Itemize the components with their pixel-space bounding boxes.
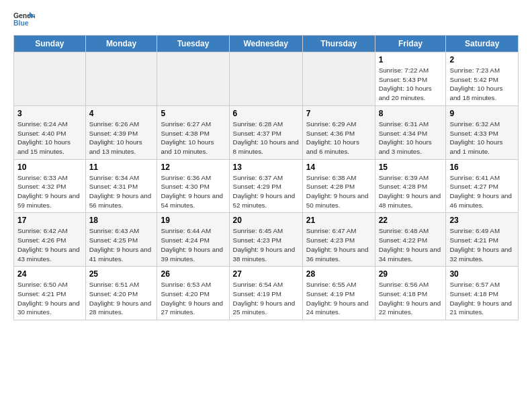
calendar-cell: 3Sunrise: 6:24 AM Sunset: 4:40 PM Daylig… bbox=[14, 105, 86, 159]
week-row-5: 24Sunrise: 6:50 AM Sunset: 4:21 PM Dayli… bbox=[14, 267, 519, 320]
calendar-cell: 22Sunrise: 6:48 AM Sunset: 4:22 PM Dayli… bbox=[375, 213, 446, 267]
calendar-cell bbox=[302, 52, 375, 106]
day-number: 13 bbox=[233, 163, 299, 172]
week-row-1: 1Sunrise: 7:22 AM Sunset: 5:43 PM Daylig… bbox=[14, 52, 519, 106]
day-number: 17 bbox=[17, 216, 82, 225]
day-number: 18 bbox=[89, 216, 154, 225]
col-header-friday: Friday bbox=[375, 36, 446, 52]
day-info: Sunrise: 6:26 AM Sunset: 4:39 PM Dayligh… bbox=[89, 120, 154, 156]
day-info: Sunrise: 6:39 AM Sunset: 4:28 PM Dayligh… bbox=[379, 173, 443, 210]
day-info: Sunrise: 6:43 AM Sunset: 4:25 PM Dayligh… bbox=[89, 226, 154, 263]
day-number: 28 bbox=[306, 269, 371, 279]
day-info: Sunrise: 7:22 AM Sunset: 5:43 PM Dayligh… bbox=[379, 66, 443, 103]
day-info: Sunrise: 6:31 AM Sunset: 4:34 PM Dayligh… bbox=[379, 120, 443, 156]
calendar-cell: 18Sunrise: 6:43 AM Sunset: 4:25 PM Dayli… bbox=[85, 213, 157, 267]
week-row-2: 3Sunrise: 6:24 AM Sunset: 4:40 PM Daylig… bbox=[14, 105, 519, 159]
day-number: 30 bbox=[449, 269, 515, 279]
day-info: Sunrise: 6:54 AM Sunset: 4:19 PM Dayligh… bbox=[233, 280, 299, 317]
col-header-thursday: Thursday bbox=[302, 36, 375, 52]
calendar-table: SundayMondayTuesdayWednesdayThursdayFrid… bbox=[13, 35, 519, 320]
day-number: 20 bbox=[233, 216, 299, 225]
calendar-cell bbox=[85, 52, 157, 106]
calendar-cell: 4Sunrise: 6:26 AM Sunset: 4:39 PM Daylig… bbox=[85, 105, 157, 159]
day-number: 16 bbox=[449, 163, 515, 172]
logo: General Blue bbox=[13, 11, 35, 30]
day-number: 2 bbox=[449, 55, 515, 64]
calendar-cell: 21Sunrise: 6:47 AM Sunset: 4:23 PM Dayli… bbox=[302, 213, 375, 267]
calendar-cell bbox=[157, 52, 229, 106]
day-info: Sunrise: 6:24 AM Sunset: 4:40 PM Dayligh… bbox=[17, 120, 82, 156]
calendar-cell: 20Sunrise: 6:45 AM Sunset: 4:23 PM Dayli… bbox=[229, 213, 302, 267]
calendar-cell: 9Sunrise: 6:32 AM Sunset: 4:33 PM Daylig… bbox=[446, 105, 519, 159]
day-number: 29 bbox=[379, 269, 443, 279]
day-info: Sunrise: 6:55 AM Sunset: 4:19 PM Dayligh… bbox=[306, 280, 371, 317]
calendar-cell: 30Sunrise: 6:57 AM Sunset: 4:18 PM Dayli… bbox=[446, 267, 519, 320]
day-info: Sunrise: 6:48 AM Sunset: 4:22 PM Dayligh… bbox=[379, 226, 443, 263]
header: General Blue bbox=[13, 11, 519, 30]
day-number: 12 bbox=[161, 163, 225, 172]
calendar-cell: 26Sunrise: 6:53 AM Sunset: 4:20 PM Dayli… bbox=[157, 267, 229, 320]
calendar-cell: 24Sunrise: 6:50 AM Sunset: 4:21 PM Dayli… bbox=[14, 267, 86, 320]
day-number: 19 bbox=[161, 216, 225, 225]
calendar-cell bbox=[229, 52, 302, 106]
day-info: Sunrise: 6:45 AM Sunset: 4:23 PM Dayligh… bbox=[233, 226, 299, 263]
week-row-3: 10Sunrise: 6:33 AM Sunset: 4:32 PM Dayli… bbox=[14, 159, 519, 213]
page: General Blue SundayMondayTuesdayWednesda… bbox=[0, 0, 532, 327]
day-info: Sunrise: 6:33 AM Sunset: 4:32 PM Dayligh… bbox=[17, 173, 82, 210]
day-number: 27 bbox=[233, 269, 299, 279]
day-info: Sunrise: 6:42 AM Sunset: 4:26 PM Dayligh… bbox=[17, 226, 82, 263]
col-header-tuesday: Tuesday bbox=[157, 36, 229, 52]
day-number: 14 bbox=[306, 163, 371, 172]
day-info: Sunrise: 6:29 AM Sunset: 4:36 PM Dayligh… bbox=[306, 120, 371, 156]
day-number: 6 bbox=[233, 109, 299, 118]
calendar-cell: 1Sunrise: 7:22 AM Sunset: 5:43 PM Daylig… bbox=[375, 52, 446, 106]
header-row: SundayMondayTuesdayWednesdayThursdayFrid… bbox=[14, 36, 519, 52]
calendar-cell: 12Sunrise: 6:36 AM Sunset: 4:30 PM Dayli… bbox=[157, 159, 229, 213]
day-info: Sunrise: 6:27 AM Sunset: 4:38 PM Dayligh… bbox=[161, 120, 225, 156]
calendar-cell: 2Sunrise: 7:23 AM Sunset: 5:42 PM Daylig… bbox=[446, 52, 519, 106]
calendar-cell: 10Sunrise: 6:33 AM Sunset: 4:32 PM Dayli… bbox=[14, 159, 86, 213]
calendar-cell: 5Sunrise: 6:27 AM Sunset: 4:38 PM Daylig… bbox=[157, 105, 229, 159]
day-info: Sunrise: 6:28 AM Sunset: 4:37 PM Dayligh… bbox=[233, 120, 299, 156]
day-number: 9 bbox=[449, 109, 515, 118]
day-number: 22 bbox=[379, 216, 443, 225]
day-number: 24 bbox=[17, 269, 82, 279]
day-number: 11 bbox=[89, 163, 154, 172]
day-info: Sunrise: 6:49 AM Sunset: 4:21 PM Dayligh… bbox=[449, 226, 515, 263]
day-number: 4 bbox=[89, 109, 154, 118]
col-header-saturday: Saturday bbox=[446, 36, 519, 52]
day-number: 7 bbox=[306, 109, 371, 118]
day-number: 10 bbox=[17, 163, 82, 172]
day-number: 1 bbox=[379, 55, 443, 64]
col-header-sunday: Sunday bbox=[14, 36, 86, 52]
calendar-cell: 14Sunrise: 6:38 AM Sunset: 4:28 PM Dayli… bbox=[302, 159, 375, 213]
day-info: Sunrise: 6:36 AM Sunset: 4:30 PM Dayligh… bbox=[161, 173, 225, 210]
logo-icon: General Blue bbox=[13, 11, 35, 30]
day-number: 15 bbox=[379, 163, 443, 172]
day-number: 3 bbox=[17, 109, 82, 118]
day-info: Sunrise: 6:34 AM Sunset: 4:31 PM Dayligh… bbox=[89, 173, 154, 210]
day-info: Sunrise: 6:44 AM Sunset: 4:24 PM Dayligh… bbox=[161, 226, 225, 263]
calendar-cell: 19Sunrise: 6:44 AM Sunset: 4:24 PM Dayli… bbox=[157, 213, 229, 267]
col-header-monday: Monday bbox=[85, 36, 157, 52]
calendar-cell: 13Sunrise: 6:37 AM Sunset: 4:29 PM Dayli… bbox=[229, 159, 302, 213]
calendar-cell: 7Sunrise: 6:29 AM Sunset: 4:36 PM Daylig… bbox=[302, 105, 375, 159]
day-info: Sunrise: 6:57 AM Sunset: 4:18 PM Dayligh… bbox=[449, 280, 515, 317]
calendar-cell: 16Sunrise: 6:41 AM Sunset: 4:27 PM Dayli… bbox=[446, 159, 519, 213]
calendar-cell: 6Sunrise: 6:28 AM Sunset: 4:37 PM Daylig… bbox=[229, 105, 302, 159]
day-number: 21 bbox=[306, 216, 371, 225]
day-info: Sunrise: 6:38 AM Sunset: 4:28 PM Dayligh… bbox=[306, 173, 371, 210]
calendar-cell: 11Sunrise: 6:34 AM Sunset: 4:31 PM Dayli… bbox=[85, 159, 157, 213]
day-info: Sunrise: 6:51 AM Sunset: 4:20 PM Dayligh… bbox=[89, 280, 154, 317]
calendar-cell: 27Sunrise: 6:54 AM Sunset: 4:19 PM Dayli… bbox=[229, 267, 302, 320]
svg-text:Blue: Blue bbox=[13, 19, 29, 27]
calendar-cell: 28Sunrise: 6:55 AM Sunset: 4:19 PM Dayli… bbox=[302, 267, 375, 320]
calendar-cell: 23Sunrise: 6:49 AM Sunset: 4:21 PM Dayli… bbox=[446, 213, 519, 267]
day-number: 23 bbox=[449, 216, 515, 225]
day-number: 25 bbox=[89, 269, 154, 279]
calendar-cell: 15Sunrise: 6:39 AM Sunset: 4:28 PM Dayli… bbox=[375, 159, 446, 213]
week-row-4: 17Sunrise: 6:42 AM Sunset: 4:26 PM Dayli… bbox=[14, 213, 519, 267]
day-info: Sunrise: 6:47 AM Sunset: 4:23 PM Dayligh… bbox=[306, 226, 371, 263]
day-number: 8 bbox=[379, 109, 443, 118]
day-number: 5 bbox=[161, 109, 225, 118]
